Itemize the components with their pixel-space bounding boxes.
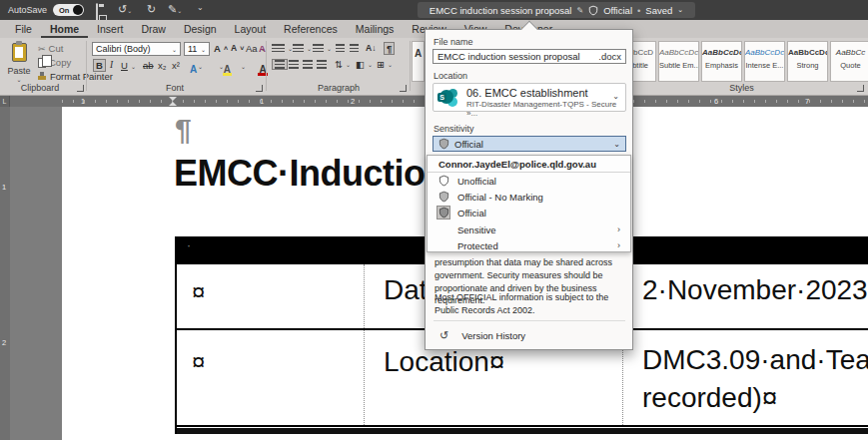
cut-button[interactable]: ✂ Cut [38,43,63,54]
style-tile-strong[interactable]: AaBbCcDc Strong [787,41,828,82]
font-size-combo[interactable]: 11⌄ [184,42,210,56]
title-bar: AutoSave On ↺⌄ ↻ ✎⌄ ⌄ EMCC induction ses… [0,0,868,20]
paste-clipboard-icon [12,43,27,62]
sensitivity-chevron-icon: ⌄ [613,140,620,149]
format-painter-button[interactable]: Format Painter [38,71,113,82]
line-spacing-button[interactable]: ⇅⌄ [335,59,351,70]
pen-icon[interactable]: ✎⌄ [168,3,182,16]
copy-button[interactable]: Copy [38,57,71,68]
align-left-button[interactable] [272,59,288,70]
highlight-button[interactable]: A [223,64,232,75]
document-title-button[interactable]: EMCC induction session proposal ✎ Offici… [418,2,695,18]
indent-marker[interactable] [169,97,178,106]
location-chevron-icon[interactable]: ⌄ [612,92,619,101]
strikethrough-button[interactable]: ab [143,60,154,71]
sensitivity-badge[interactable]: Official [603,5,632,16]
sort-button[interactable]: A↓ [366,43,376,53]
tab-insert[interactable]: Insert [88,20,132,38]
show-formatting-button[interactable]: ¶ [384,42,395,55]
paste-button[interactable]: Paste ⌄ [4,42,34,84]
menu-item-sensitive[interactable]: Sensitive › [428,221,630,237]
sensitivity-dropdown[interactable]: Official ⌄ [433,136,626,152]
tab-draw[interactable]: Draw [132,20,175,38]
tab-design[interactable]: Design [175,20,226,38]
title-chevron-icon[interactable]: ⌄ [677,6,683,14]
styles-dialog-launcher[interactable] [857,85,864,92]
ruler-number: 6 [714,97,718,106]
records-act-note: Most OFFICIAL information is subject to … [434,291,626,317]
sensitivity-menu: Connor.JaydeEl@police.qld.gov.au Unoffic… [427,155,631,252]
cell-value[interactable]: recorded)¤ [642,382,777,414]
menu-item-official[interactable]: Official [428,205,630,220]
shrink-font-button[interactable]: A˅ [231,43,244,53]
location-button[interactable]: S 06. EMCC establishment RIT-Disaster Ma… [433,83,626,112]
align-right-button[interactable] [303,60,313,69]
menu-item-official-no-marking[interactable]: Official - No Marking [428,189,630,205]
subscript-button[interactable]: x₂ [158,60,166,71]
autosave-state: On [59,6,69,15]
sensitivity-value: Official [454,139,483,150]
superscript-button[interactable]: x² [172,60,180,71]
multilevel-list-button[interactable]: ⌄ [313,44,332,53]
style-tile-subtle-emphasis[interactable]: AaBbCcDc Subtle Em... [658,41,699,82]
rename-pencil-icon[interactable]: ✎ [576,6,583,15]
underline-button[interactable]: U [121,60,128,71]
menu-item-unofficial[interactable]: Unofficial [428,173,630,189]
shading-button[interactable]: ◧⌄ [356,59,373,70]
tab-layout[interactable]: Layout [226,20,276,38]
cell-value[interactable]: 2·November·2023 [642,274,868,306]
decrease-indent-button[interactable] [336,44,345,53]
tab-file[interactable]: File [6,20,41,38]
autosave-toggle[interactable]: On [53,4,84,16]
highlight-caret-icon[interactable]: ⌄ [219,63,224,70]
autosave-label: AutoSave [8,5,47,15]
redo-button[interactable]: ↻ [147,3,156,16]
undo-button[interactable]: ↺⌄ [118,3,132,16]
panel-divider [434,320,625,321]
align-center-button[interactable] [289,60,299,69]
style-tile-partial[interactable]: A [412,41,425,82]
vertical-ruler[interactable]: 1 2 [0,107,10,440]
table-row-black [177,428,868,434]
style-tile-emphasis[interactable]: AaBbCcDc Emphasis [701,41,742,82]
version-history-button[interactable]: ↺ Version History [439,329,525,342]
paste-caret-icon[interactable]: ⌄ [4,76,34,83]
shield-outline-icon [436,174,450,188]
qat-more-button[interactable]: ⌄ [197,3,204,12]
font-color-caret-icon[interactable]: ⌄ [241,63,246,70]
menu-item-protected[interactable]: Protected › [428,237,630,253]
bullets-button[interactable]: ⌄ [272,44,293,53]
clear-formatting-button[interactable]: A [259,43,266,54]
paragraph-dialog-launcher[interactable] [400,85,407,92]
cell-value[interactable]: DMC3.09·and·Tea [642,344,868,376]
style-tile-quote[interactable]: AaBbCc Quote [830,41,868,82]
numbering-button[interactable]: ⌄ [293,44,312,53]
justify-button[interactable] [317,60,327,69]
grow-font-button[interactable]: A˄ [214,43,228,54]
tab-selector[interactable]: L [0,96,10,107]
style-tile-intense-emphasis[interactable]: AaBbCcDc Intense E... [744,41,785,82]
shield-icon-selected [436,206,450,220]
bold-button[interactable]: B [93,59,106,72]
pen-caret-icon[interactable]: ⌄ [177,8,182,14]
cell-label[interactable]: Location¤ [384,346,504,378]
increase-indent-button[interactable] [350,44,359,53]
cell-end-mark: ¤ [192,278,205,306]
ruler-number: 7 [805,97,809,106]
text-effects-caret-icon[interactable]: ⌄ [198,63,203,70]
file-name-input[interactable]: EMCC induction session proposal .docx [433,49,626,64]
underline-caret-icon[interactable]: ⌄ [131,63,136,70]
font-name-combo[interactable]: Calibri (Body)⌄ [92,42,181,56]
tab-mailings[interactable]: Mailings [347,20,404,38]
location-label: Location [434,71,467,81]
clipboard-dialog-launcher[interactable] [77,85,84,92]
text-effects-button[interactable]: A [189,64,198,75]
borders-button[interactable]: ⊞⌄ [377,59,393,70]
italic-button[interactable]: I [110,60,113,70]
ruler-number: 1 [81,97,85,106]
undo-caret-icon[interactable]: ⌄ [127,8,132,14]
tab-home[interactable]: Home [41,20,88,38]
tab-references[interactable]: References [275,20,347,38]
cut-icon: ✂ [38,44,46,54]
font-dialog-launcher[interactable] [256,85,263,92]
